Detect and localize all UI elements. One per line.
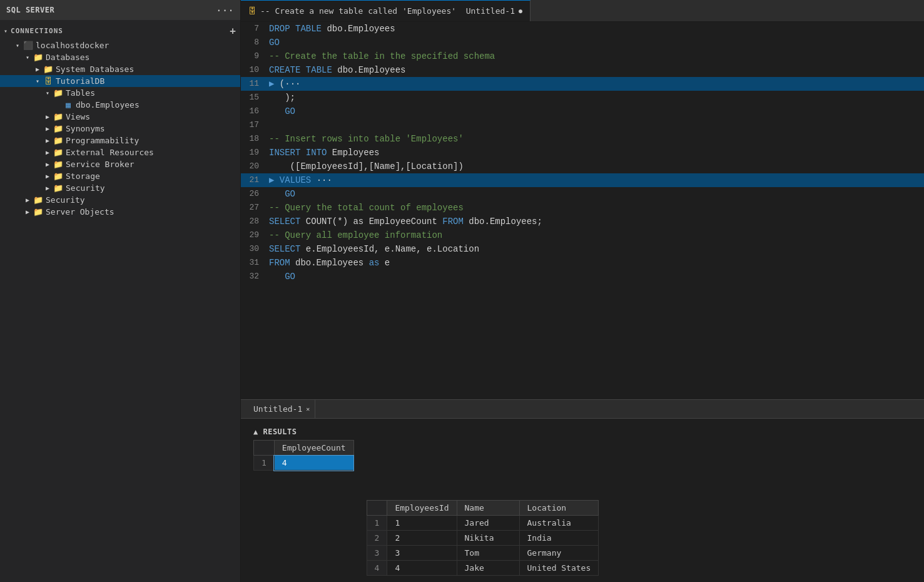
add-connection-icon[interactable]: + — [230, 25, 236, 37]
synonyms-label: Synonyms — [66, 124, 105, 133]
count-results-table: EmployeeCount 14 — [253, 440, 354, 471]
row-index: 1 — [254, 456, 275, 471]
employee-cell[interactable]: 3 — [387, 546, 457, 561]
code-line-20: 20 ([EmployeesId],[Name],[Location]) — [241, 160, 924, 173]
line-num-21: 21 — [241, 173, 269, 187]
employee-cell[interactable]: 2 — [387, 531, 457, 546]
line-num-29: 29 — [241, 228, 269, 242]
code-line-28: 28 SELECT COUNT(*) as EmployeeCount FROM… — [241, 215, 924, 228]
tree-item-tutorialdb[interactable]: ▾ 🗄 TutorialDB — [0, 75, 240, 87]
row-index: 1 — [367, 516, 387, 531]
chevron-tables: ▾ — [43, 89, 53, 96]
folder-icon-service-broker: 📁 — [53, 160, 64, 169]
folder-icon-synonyms: 📁 — [53, 124, 64, 133]
connections-label: CONNECTIONS — [11, 27, 63, 35]
connections-chevron[interactable]: ▾ — [4, 28, 8, 34]
tree-item-synonyms[interactable]: ▶ 📁 Synonyms — [0, 123, 240, 135]
line-content-28: SELECT COUNT(*) as EmployeeCount FROM db… — [269, 215, 924, 228]
results-label: ▲ RESULTS — [253, 425, 354, 440]
server-objects-label: Server Objects — [46, 207, 114, 217]
folder-icon-tables: 📁 — [53, 88, 64, 98]
sidebar-menu-icon[interactable]: ··· — [216, 4, 234, 16]
count-table-header-row: EmployeeCount — [254, 441, 354, 456]
code-line-11: 11 ▶ (··· — [241, 77, 924, 91]
employee-cell[interactable]: Tom — [457, 546, 519, 561]
line-num-28: 28 — [241, 215, 269, 228]
employee-cell[interactable]: India — [519, 531, 599, 546]
chevron-tutorialdb: ▾ — [33, 78, 43, 84]
employee-cell[interactable]: 4 — [387, 561, 457, 576]
security-label: Security — [46, 195, 85, 205]
tree-item-programmability[interactable]: ▶ 📁 Programmability — [0, 135, 240, 146]
storage-label: Storage — [66, 171, 100, 181]
tree-item-service-broker[interactable]: ▶ 📁 Service Broker — [0, 158, 240, 170]
tables-label: Tables — [66, 88, 95, 98]
employees-table-row: 22NikitaIndia — [367, 531, 599, 546]
line-num-10: 10 — [241, 63, 269, 77]
line-num-26: 26 — [241, 187, 269, 201]
code-line-18: 18 -- Insert rows into table 'Employees' — [241, 132, 924, 146]
code-line-27: 27 -- Query the total count of employees — [241, 201, 924, 215]
employees-results-table: EmployeesId Name Location 11JaredAustral… — [367, 500, 599, 576]
views-label: Views — [66, 112, 90, 121]
tree-item-external-resources[interactable]: ▶ 📁 External Resources — [0, 146, 240, 158]
tree-item-storage[interactable]: ▶ 📁 Storage — [0, 170, 240, 182]
line-num-20: 20 — [241, 160, 269, 173]
tree-item-dbo-employees[interactable]: ▦ dbo.Employees — [0, 99, 240, 111]
tree-item-databases[interactable]: ▾ 📁 Databases — [0, 51, 240, 63]
employees-table-row: 44JakeUnited States — [367, 561, 599, 576]
tree-item-system-databases[interactable]: ▶ 📁 System Databases — [0, 63, 240, 75]
folder-icon-security-db: 📁 — [53, 183, 64, 193]
line-content-27: -- Query the total count of employees — [269, 201, 924, 215]
programmability-label: Programmability — [66, 136, 139, 145]
line-content-26: GO — [269, 187, 924, 201]
security-db-label: Security — [66, 183, 105, 193]
code-editor[interactable]: 7 DROP TABLE dbo.Employees 8 GO 9 -- Cre… — [241, 22, 924, 399]
row-index: 3 — [367, 546, 387, 561]
code-line-32: 32 GO — [241, 270, 924, 283]
databases-label: Databases — [46, 53, 89, 62]
employees-results-section: EmployeesId Name Location 11JaredAustral… — [367, 500, 599, 576]
chevron-system-databases: ▶ — [33, 66, 43, 73]
line-num-8: 8 — [241, 36, 269, 49]
employee-cell[interactable]: United States — [519, 561, 599, 576]
employee-cell[interactable]: Jake — [457, 561, 519, 576]
line-content-7: DROP TABLE dbo.Employees — [269, 22, 924, 36]
folder-icon-system-databases: 📁 — [43, 64, 54, 74]
folder-icon-databases: 📁 — [33, 53, 44, 62]
tree-item-security[interactable]: ▶ 📁 Security — [0, 194, 240, 206]
code-line-16: 16 GO — [241, 105, 924, 118]
chevron-external-resources: ▶ — [43, 149, 53, 156]
code-line-26: 26 GO — [241, 187, 924, 201]
code-line-8: 8 GO — [241, 36, 924, 49]
tree-item-security-db[interactable]: ▶ 📁 Security — [0, 182, 240, 194]
tree-item-tables[interactable]: ▾ 📁 Tables — [0, 87, 240, 99]
tab-filename: -- Create a new table called 'Employees'… — [260, 6, 515, 16]
employees-table-row: 11JaredAustralia — [367, 516, 599, 531]
main-area: 🗄 -- Create a new table called 'Employee… — [241, 0, 924, 582]
employee-cell[interactable]: Germany — [519, 546, 599, 561]
chevron-service-broker: ▶ — [43, 161, 53, 168]
chevron-synonyms: ▶ — [43, 125, 53, 132]
line-num-15: 15 — [241, 91, 269, 105]
count-table-cell[interactable]: 4 — [274, 456, 353, 471]
tree-item-views[interactable]: ▶ 📁 Views — [0, 111, 240, 123]
tree-item-localhostdocker[interactable]: ▾ ⬛ localhostdocker — [0, 39, 240, 51]
line-num-7: 7 — [241, 22, 269, 36]
employee-cell[interactable]: 1 — [387, 516, 457, 531]
tree-item-server-objects[interactable]: ▶ 📁 Server Objects — [0, 206, 240, 218]
active-tab[interactable]: 🗄 -- Create a new table called 'Employee… — [241, 0, 531, 21]
line-content-32: GO — [269, 270, 924, 283]
localhostdocker-label: localhostdocker — [36, 41, 109, 50]
employee-cell[interactable]: Jared — [457, 516, 519, 531]
employees-col-name: Name — [457, 501, 519, 516]
results-tab-close[interactable]: ✕ — [306, 406, 310, 412]
code-line-19: 19 INSERT INTO Employees — [241, 146, 924, 160]
employee-cell[interactable]: Nikita — [457, 531, 519, 546]
employees-table-body: 11JaredAustralia22NikitaIndia33TomGerman… — [367, 516, 599, 576]
results-tab-untitled[interactable]: Untitled-1 ✕ — [248, 400, 315, 418]
results-tab-label: Untitled-1 — [253, 404, 302, 414]
line-content-21: ▶ VALUES ··· — [269, 173, 924, 187]
line-content-9: -- Create the table in the specified sch… — [269, 49, 924, 63]
employee-cell[interactable]: Australia — [519, 516, 599, 531]
